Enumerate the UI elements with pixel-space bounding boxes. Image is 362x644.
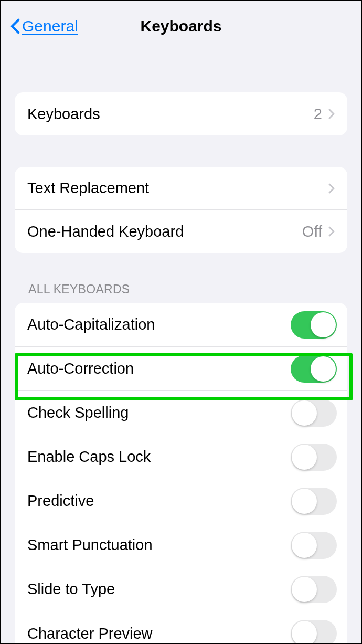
row-character-preview: Character Preview bbox=[15, 611, 347, 644]
chevron-right-icon bbox=[328, 109, 335, 119]
toggle-character-preview[interactable] bbox=[291, 620, 337, 644]
row-end: 2 bbox=[314, 105, 335, 123]
row-smart-punctuation: Smart Punctuation bbox=[15, 523, 347, 567]
chevron-right-icon bbox=[328, 226, 335, 237]
back-button[interactable]: General bbox=[10, 17, 78, 35]
row-label: Enable Caps Lock bbox=[27, 448, 151, 466]
nav-header: General Keyboards bbox=[1, 1, 361, 51]
row-check-spelling: Check Spelling bbox=[15, 391, 347, 435]
row-label: Smart Punctuation bbox=[27, 536, 153, 554]
row-label: Predictive bbox=[27, 492, 94, 510]
row-label: Slide to Type bbox=[27, 580, 115, 598]
row-auto-capitalization: Auto-Capitalization bbox=[15, 303, 347, 347]
row-one-handed-keyboard[interactable]: One-Handed Keyboard Off bbox=[15, 210, 347, 253]
toggle-auto-correction[interactable] bbox=[291, 355, 337, 383]
settings-group-keyboards: Keyboards 2 bbox=[15, 92, 347, 135]
row-enable-caps-lock: Enable Caps Lock bbox=[15, 435, 347, 479]
page-title: Keyboards bbox=[140, 17, 221, 35]
row-label: Text Replacement bbox=[27, 180, 149, 197]
row-label: One-Handed Keyboard bbox=[27, 223, 184, 240]
row-end: Off bbox=[302, 223, 335, 240]
row-predictive: Predictive bbox=[15, 479, 347, 523]
row-label: Character Preview bbox=[27, 625, 153, 642]
row-value: 2 bbox=[314, 105, 322, 123]
back-label: General bbox=[22, 17, 78, 35]
toggle-enable-caps-lock[interactable] bbox=[291, 444, 337, 471]
row-value: Off bbox=[302, 223, 322, 240]
row-keyboards[interactable]: Keyboards 2 bbox=[15, 92, 347, 135]
settings-group-text: Text Replacement One-Handed Keyboard Off bbox=[15, 167, 347, 253]
row-label: Keyboards bbox=[27, 105, 100, 123]
settings-group-all-keyboards: Auto-Capitalization Auto-Correction Chec… bbox=[15, 303, 347, 644]
row-label: Check Spelling bbox=[27, 404, 129, 421]
row-label: Auto-Capitalization bbox=[27, 316, 155, 333]
row-auto-correction: Auto-Correction bbox=[15, 347, 347, 391]
toggle-smart-punctuation[interactable] bbox=[291, 532, 337, 559]
toggle-auto-capitalization[interactable] bbox=[291, 311, 337, 339]
toggle-predictive[interactable] bbox=[291, 488, 337, 515]
row-text-replacement[interactable]: Text Replacement bbox=[15, 167, 347, 210]
chevron-left-icon bbox=[10, 18, 20, 34]
row-end bbox=[328, 183, 335, 194]
section-header-all-keyboards: ALL KEYBOARDS bbox=[1, 253, 361, 303]
toggle-slide-to-type[interactable] bbox=[291, 576, 337, 603]
row-label: Auto-Correction bbox=[27, 360, 134, 377]
row-slide-to-type: Slide to Type bbox=[15, 567, 347, 611]
chevron-right-icon bbox=[328, 183, 335, 194]
toggle-check-spelling[interactable] bbox=[291, 399, 337, 427]
